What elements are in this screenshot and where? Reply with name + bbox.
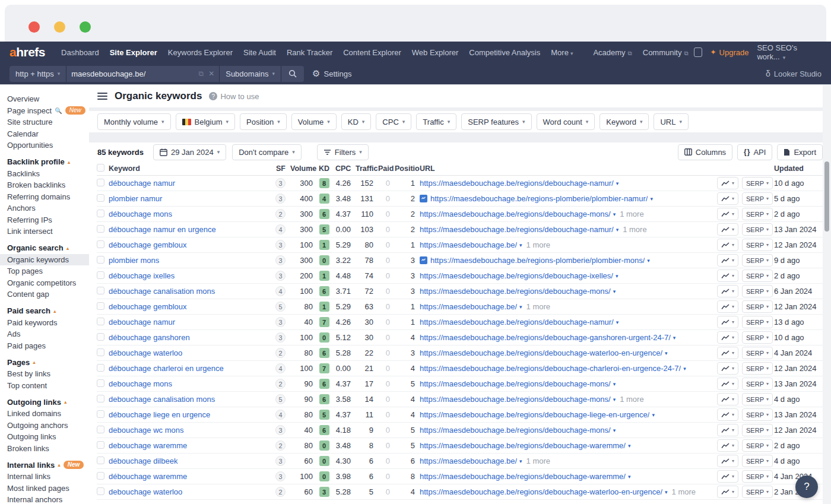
more-urls-link[interactable]: 1 more	[620, 210, 643, 218]
zoom-window-button[interactable]	[80, 21, 91, 33]
chevron-down-icon[interactable]: ▾	[647, 258, 650, 264]
serp-features-badge[interactable]: 3	[275, 240, 286, 250]
chevron-down-icon[interactable]: ▾	[683, 366, 686, 372]
trend-chart-button[interactable]: ▾	[717, 470, 738, 483]
export-button[interactable]: Export	[777, 144, 823, 160]
serp-button[interactable]: SERP▾	[742, 285, 773, 297]
how-to-use-link[interactable]: ?How to use	[209, 92, 259, 101]
trend-chart-button[interactable]: ▾	[717, 439, 738, 452]
row-checkbox[interactable]	[97, 179, 104, 186]
sidebar-item-top-content[interactable]: Top content	[7, 380, 89, 392]
url-link[interactable]: https://maesdebouchage.be/regions/debouc…	[420, 179, 614, 188]
url-link[interactable]: https://maesdebouchage.be/regions-plombe…	[430, 194, 648, 203]
sidebar-item-paid-pages[interactable]: Paid pages	[7, 340, 89, 352]
settings-button[interactable]: ⚙Settings	[312, 68, 351, 79]
keyword-link[interactable]: debouchage canalisation mons	[109, 395, 215, 404]
sidebar-item-outgoing-links[interactable]: Outgoing links	[7, 431, 89, 443]
serp-button[interactable]: SERP▾	[742, 486, 773, 498]
chevron-down-icon[interactable]: ▾	[650, 196, 653, 202]
url-link[interactable]: https://maesdebouchage.be/regions/debouc…	[420, 426, 611, 435]
serp-button[interactable]: SERP▾	[742, 192, 773, 205]
url-link[interactable]: https://maesdebouchage.be/regions/debouc…	[420, 318, 614, 327]
sidebar-item-link-intersect[interactable]: Link intersect	[7, 226, 89, 237]
nav-item-keywords-explorer[interactable]: Keywords Explorer	[163, 48, 238, 57]
sidebar-section-organic-search[interactable]: Organic search▴	[7, 242, 89, 254]
row-checkbox[interactable]	[97, 225, 104, 233]
open-url-icon[interactable]: ⧉	[199, 69, 204, 78]
chevron-down-icon[interactable]: ▾	[613, 211, 616, 217]
chevron-down-icon[interactable]: ▾	[628, 443, 631, 449]
trend-chart-button[interactable]: ▾	[717, 486, 738, 498]
url-link[interactable]: https://maesdebouchage.be/regions/debouc…	[420, 287, 611, 296]
trend-chart-button[interactable]: ▾	[717, 316, 738, 328]
keyword-link[interactable]: débouchage waterloo	[109, 348, 182, 357]
trend-chart-button[interactable]: ▾	[717, 300, 738, 313]
more-urls-link[interactable]: 1 more	[526, 240, 550, 249]
url-link[interactable]: https://maesdebouchage.be/regions/debouc…	[420, 225, 614, 234]
header-cpc[interactable]: CPC	[335, 164, 356, 173]
serp-button[interactable]: SERP▾	[742, 455, 773, 467]
sidebar-section-outgoing-links[interactable]: Outgoing links▴	[7, 396, 89, 408]
minimize-window-button[interactable]	[54, 21, 65, 33]
serp-features-badge[interactable]: 3	[275, 271, 286, 281]
serp-features-badge[interactable]: 3	[275, 255, 286, 265]
upgrade-button[interactable]: ✦Upgrade	[711, 48, 749, 57]
sidebar-item-anchors[interactable]: Anchors	[7, 202, 89, 214]
serp-features-badge[interactable]: 2	[275, 440, 286, 451]
url-link[interactable]: https://maesdebouchage.be/	[420, 457, 517, 465]
header-url[interactable]: URL	[420, 164, 717, 173]
url-link[interactable]: https://maesdebouchage.be/regions/debouc…	[420, 379, 611, 388]
row-checkbox[interactable]	[97, 410, 104, 418]
chevron-down-icon[interactable]: ▾	[519, 458, 522, 464]
chevron-down-icon[interactable]: ▾	[616, 319, 619, 325]
url-link[interactable]: https://maesdebouchage.be/	[420, 240, 517, 249]
compare-select[interactable]: Don't compare▾	[232, 144, 302, 160]
header-keyword[interactable]: Keyword	[109, 164, 275, 173]
row-checkbox[interactable]	[97, 487, 104, 495]
sidebar-item-referring-ips[interactable]: Referring IPs	[7, 214, 89, 226]
serp-features-badge[interactable]: 3	[275, 317, 286, 327]
trend-chart-button[interactable]: ▾	[717, 393, 738, 405]
serp-features-badge[interactable]: 5	[275, 394, 286, 404]
serp-button[interactable]: SERP▾	[742, 300, 773, 313]
row-checkbox[interactable]	[97, 348, 104, 356]
more-urls-link[interactable]: 1 more	[526, 457, 550, 465]
keyword-link[interactable]: debouchage wc mons	[109, 426, 183, 435]
serp-button[interactable]: SERP▾	[742, 254, 773, 267]
chevron-down-icon[interactable]: ▾	[613, 289, 616, 294]
keyword-link[interactable]: débouchage charleroi en urgence	[109, 364, 224, 373]
header-sf[interactable]: SF	[275, 164, 290, 173]
row-checkbox[interactable]	[97, 441, 104, 449]
account-menu[interactable]: SEO SEO's work...▾	[757, 43, 822, 61]
row-checkbox[interactable]	[97, 472, 104, 480]
sidebar-section-pages[interactable]: Pages▴	[7, 356, 89, 368]
keyword-link[interactable]: débouchage namur	[109, 179, 175, 188]
row-checkbox[interactable]	[97, 318, 104, 325]
trend-chart-button[interactable]: ▾	[717, 347, 738, 359]
sidebar-item-backlinks[interactable]: Backlinks	[7, 168, 89, 180]
more-urls-link[interactable]: 1 more	[672, 487, 696, 496]
serp-features-badge[interactable]: 3	[275, 471, 286, 481]
trend-chart-button[interactable]: ▾	[717, 378, 738, 390]
chevron-down-icon[interactable]: ▾	[665, 350, 668, 356]
filter-cpc[interactable]: CPC▾	[376, 113, 411, 130]
keyword-link[interactable]: débouchage canalisation mons	[109, 287, 215, 296]
filter-monthly-volume[interactable]: Monthly volume▾	[97, 113, 171, 130]
filter-volume[interactable]: Volume▾	[291, 113, 337, 130]
header-volume[interactable]: Volume	[290, 164, 318, 173]
keyword-link[interactable]: débouchage dilbeek	[109, 457, 177, 465]
sidebar-item-content-gap[interactable]: Content gap	[7, 289, 89, 300]
header-kd[interactable]: KD	[318, 164, 335, 173]
chevron-down-icon[interactable]: ▾	[613, 381, 616, 387]
trend-chart-button[interactable]: ▾	[717, 208, 738, 220]
trend-chart-button[interactable]: ▾	[717, 331, 738, 344]
serp-button[interactable]: SERP▾	[742, 331, 773, 344]
serp-features-badge[interactable]: 4	[275, 363, 286, 373]
sidebar-item-top-pages[interactable]: Top pages	[7, 265, 89, 277]
sidebar-item-site-structure[interactable]: Site structure	[7, 116, 89, 128]
scope-select[interactable]: Subdomains▾	[220, 66, 281, 82]
header-paid[interactable]: Paid	[378, 164, 395, 173]
row-checkbox[interactable]	[97, 364, 104, 372]
row-checkbox[interactable]	[97, 457, 104, 464]
serp-features-badge[interactable]: 3	[275, 178, 286, 188]
